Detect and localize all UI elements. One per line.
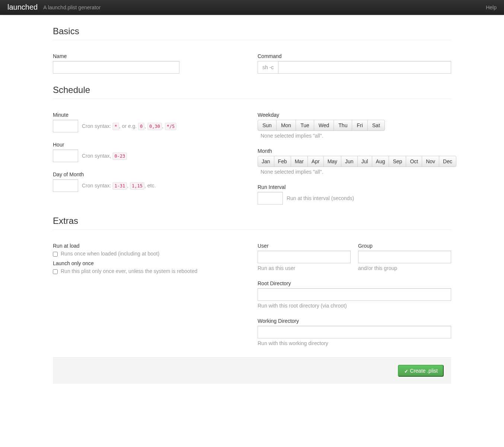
check-icon — [404, 368, 408, 373]
group-input[interactable] — [358, 251, 451, 263]
form-actions: Create .plist — [53, 357, 451, 384]
weekday-help: None selected implies "all". — [261, 133, 451, 139]
month-may[interactable]: May — [323, 156, 341, 167]
command-label: Command — [258, 53, 451, 59]
interval-label: Run Interval — [258, 184, 451, 190]
minute-label: Minute — [53, 112, 246, 118]
hour-input[interactable] — [53, 149, 78, 162]
create-plist-button[interactable]: Create .plist — [398, 365, 444, 377]
working-dir-label: Working Directory — [258, 318, 451, 324]
month-label: Month — [258, 148, 451, 154]
month-oct[interactable]: Oct — [406, 156, 422, 167]
weekday-group: Sun Mon Tue Wed Thu Fri Sat — [258, 120, 385, 131]
month-aug[interactable]: Aug — [372, 156, 389, 167]
section-basics-header: Basics — [53, 26, 451, 40]
dom-input[interactable] — [53, 179, 78, 192]
minute-help: Cron syntax: *, or e.g. 0, 0,30, */5 — [82, 123, 176, 129]
working-dir-input[interactable] — [258, 326, 451, 338]
dom-label: Day of Month — [53, 171, 246, 177]
month-jan[interactable]: Jan — [258, 156, 274, 167]
name-input[interactable] — [53, 61, 179, 74]
weekday-thu[interactable]: Thu — [334, 120, 352, 131]
section-extras-header: Extras — [53, 216, 451, 230]
month-dec[interactable]: Dec — [439, 156, 456, 167]
root-dir-input[interactable] — [258, 288, 451, 301]
weekday-fri[interactable]: Fri — [352, 120, 367, 131]
launch-once-desc: Run this plist only once ever, unless th… — [61, 268, 197, 274]
root-dir-help: Run with this root directory (via chroot… — [258, 303, 451, 309]
dom-help: Cron syntax: 1-31, 1,15, etc. — [82, 183, 156, 189]
weekday-sat[interactable]: Sat — [367, 120, 385, 131]
user-input[interactable] — [258, 251, 351, 263]
tagline: A launchd.plist generator — [43, 4, 101, 10]
hour-help: Cron syntax, 0-23 — [82, 153, 127, 159]
month-nov[interactable]: Nov — [422, 156, 439, 167]
run-at-load-checkbox[interactable] — [53, 252, 58, 257]
section-schedule-header: Schedule — [53, 85, 451, 99]
interval-help: Run at this interval (seconds) — [287, 195, 354, 201]
launch-once-label: Launch only once — [53, 260, 246, 266]
brand-link[interactable]: launched — [7, 3, 38, 12]
weekday-mon[interactable]: Mon — [276, 120, 296, 131]
run-at-load-desc: Runs once when loaded (including at boot… — [61, 251, 159, 257]
hour-label: Hour — [53, 142, 246, 148]
launch-once-checkbox[interactable] — [53, 269, 58, 274]
group-help: and/or this group — [358, 265, 451, 271]
command-input-group: sh -c — [258, 61, 451, 74]
month-mar[interactable]: Mar — [291, 156, 308, 167]
navbar: launched A launchd.plist generator Help — [0, 0, 504, 15]
name-label: Name — [53, 53, 246, 59]
minute-input[interactable] — [53, 120, 78, 132]
month-group: Jan Feb Mar Apr May Jun Jul Aug Sep Oct … — [258, 156, 456, 167]
month-sep[interactable]: Sep — [389, 156, 406, 167]
month-apr[interactable]: Apr — [307, 156, 324, 167]
command-prefix: sh -c — [258, 61, 278, 74]
group-label: Group — [358, 243, 451, 249]
command-input[interactable] — [278, 61, 451, 74]
month-help: None selected implies "all". — [261, 169, 451, 175]
month-jul[interactable]: Jul — [357, 156, 372, 167]
user-label: User — [258, 243, 351, 249]
help-link[interactable]: Help — [486, 4, 497, 10]
working-dir-help: Run with this working directory — [258, 340, 451, 346]
user-help: Run as this user — [258, 265, 351, 271]
run-at-load-label: Run at load — [53, 243, 246, 249]
month-jun[interactable]: Jun — [341, 156, 358, 167]
weekday-label: Weekday — [258, 112, 451, 118]
root-dir-label: Root Directory — [258, 280, 451, 286]
month-feb[interactable]: Feb — [274, 156, 291, 167]
weekday-sun[interactable]: Sun — [258, 120, 277, 131]
weekday-wed[interactable]: Wed — [314, 120, 334, 131]
weekday-tue[interactable]: Tue — [296, 120, 314, 131]
interval-input[interactable] — [258, 192, 283, 205]
